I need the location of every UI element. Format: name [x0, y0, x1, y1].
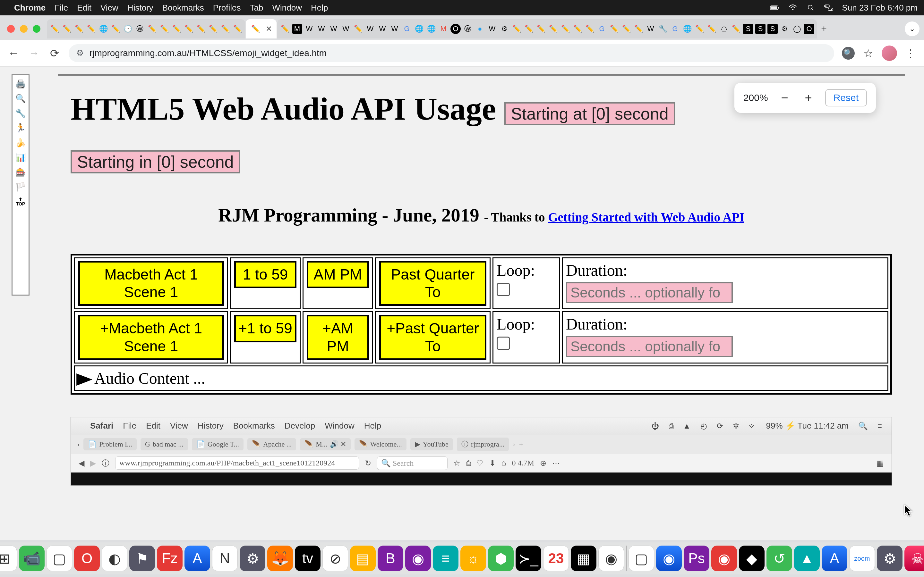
dock-app-icon[interactable]: ☠ — [905, 546, 924, 571]
gadget-icon[interactable]: 🔧 — [14, 107, 27, 119]
dock-opera-icon[interactable]: O — [74, 546, 100, 571]
dock-app-icon[interactable]: ▦ — [571, 546, 596, 571]
background-tab[interactable]: ✏️ — [694, 19, 705, 39]
dock-app-icon[interactable]: zoom — [849, 546, 875, 571]
battery-icon[interactable] — [770, 5, 780, 11]
close-tab-icon[interactable]: ✕ — [266, 24, 272, 33]
background-tab[interactable]: Ⓦ — [462, 19, 473, 39]
zoom-indicator-icon[interactable]: 🔍 — [842, 47, 855, 60]
menu-profiles[interactable]: Profiles — [213, 3, 241, 13]
background-tab[interactable]: ✏️ — [559, 19, 571, 39]
loop-checkbox[interactable] — [497, 283, 510, 296]
dock-tv-icon[interactable]: tv — [295, 546, 320, 571]
dock-app-icon[interactable]: ▤ — [350, 546, 376, 571]
dock-app-icon[interactable]: ▢ — [47, 546, 72, 571]
dock-app-icon[interactable]: ⬢ — [488, 546, 514, 571]
background-tab[interactable]: W — [340, 19, 352, 39]
zoom-in-button[interactable]: + — [801, 91, 816, 105]
background-tab[interactable]: 🌐 — [682, 19, 693, 39]
background-tab[interactable]: Ⓦ — [134, 19, 145, 39]
background-tab[interactable]: W — [645, 19, 656, 39]
background-tab[interactable]: W — [486, 19, 498, 39]
background-tab[interactable]: 🌐 — [425, 19, 437, 39]
starting-at-input[interactable]: Starting at [0] second — [504, 102, 675, 125]
background-tab[interactable]: ✏️ — [730, 19, 742, 39]
background-tab[interactable]: ✏️ — [523, 19, 535, 39]
background-tab[interactable]: S — [754, 19, 766, 39]
dock-launchpad-icon[interactable]: ⊞ — [0, 546, 17, 571]
dock-app-icon[interactable]: ↺ — [766, 546, 792, 571]
background-tab[interactable]: ✏️ — [620, 19, 632, 39]
tab-overflow-button[interactable]: ⌄ — [905, 21, 919, 36]
background-tab[interactable]: M — [438, 19, 449, 39]
active-tab[interactable]: ✏️ ✕ — [246, 19, 276, 39]
dock-app-icon[interactable]: ≡ — [433, 546, 459, 571]
chrome-menu-icon[interactable]: ⋮ — [904, 47, 917, 60]
bookmark-star-icon[interactable]: ☆ — [862, 47, 875, 60]
background-tab[interactable]: ⚙ — [779, 19, 790, 39]
background-tab[interactable]: W — [328, 19, 339, 39]
dock-app-icon[interactable]: ⊘ — [322, 546, 348, 571]
menu-tab[interactable]: Tab — [250, 3, 263, 13]
background-tab[interactable]: ◯ — [791, 19, 803, 39]
background-tab[interactable]: W — [316, 19, 327, 39]
background-tab[interactable]: ✏️ — [61, 19, 73, 39]
background-tab[interactable]: ✏️ — [548, 19, 559, 39]
minute-add-button[interactable]: +1 to 59 — [234, 315, 296, 342]
dock-news-icon[interactable]: N — [212, 546, 238, 571]
background-tab[interactable]: ● — [474, 19, 486, 39]
menu-help[interactable]: Help — [311, 3, 328, 13]
background-tab[interactable]: ✏️ — [195, 19, 207, 39]
background-tab[interactable]: ✏️ — [86, 19, 97, 39]
scene-add-button[interactable]: +Macbeth Act 1 Scene 1 — [78, 315, 224, 359]
gadget-icon[interactable]: 🏃 — [14, 121, 27, 134]
background-tab[interactable]: ✏️ — [584, 19, 596, 39]
reload-button[interactable]: ⟳ — [48, 47, 61, 60]
background-tab[interactable]: G — [596, 19, 607, 39]
dock-app-icon[interactable]: ⚙ — [240, 546, 265, 571]
address-bar[interactable]: ⚙ rjmprogramming.com.au/HTMLCSS/emoji_wi… — [69, 44, 834, 62]
dock-app-icon[interactable]: ◉ — [656, 546, 682, 571]
background-tab[interactable]: W — [376, 19, 388, 39]
background-tab[interactable]: G — [401, 19, 413, 39]
background-tab[interactable]: ⚙ — [499, 19, 510, 39]
background-tab[interactable]: 🌐 — [413, 19, 425, 39]
dock-facetime-icon[interactable]: 📹 — [19, 546, 45, 571]
minimize-window-button[interactable] — [20, 25, 27, 33]
dock-firefox-icon[interactable]: 🦊 — [267, 546, 293, 571]
gadget-icon[interactable]: 📊 — [14, 151, 27, 164]
loop-checkbox[interactable] — [497, 337, 510, 350]
ampm-add-button[interactable]: +AM PM — [307, 315, 369, 359]
background-tab[interactable]: ✏️ — [511, 19, 522, 39]
close-window-button[interactable] — [7, 25, 15, 33]
background-tab[interactable]: ✏️ — [207, 19, 219, 39]
background-tab[interactable]: ✏️ — [706, 19, 717, 39]
dock-app-icon[interactable]: ⚑ — [129, 546, 155, 571]
menu-file[interactable]: File — [55, 3, 68, 13]
spotlight-icon[interactable] — [806, 5, 816, 11]
background-tab[interactable]: ✏️ — [535, 19, 547, 39]
background-tab[interactable]: ✏️ — [49, 19, 60, 39]
zoom-reset-button[interactable]: Reset — [825, 89, 867, 106]
background-tab[interactable]: ✏️ — [110, 19, 121, 39]
dock-app-icon[interactable]: ▲ — [794, 546, 820, 571]
dock-app-icon[interactable]: ◉ — [711, 546, 737, 571]
background-tab[interactable]: G — [669, 19, 681, 39]
background-tab[interactable]: S — [742, 19, 754, 39]
control-center-icon[interactable] — [824, 5, 834, 11]
dock-app-icon[interactable]: ◐ — [102, 546, 128, 571]
dock-app-icon[interactable]: ◆ — [739, 546, 764, 571]
back-button[interactable]: ← — [7, 47, 20, 60]
background-tab[interactable]: ✏️ — [352, 19, 364, 39]
background-tab[interactable]: ✏️ — [183, 19, 194, 39]
menu-window[interactable]: Window — [272, 3, 302, 13]
dock-app-icon[interactable]: ▢ — [628, 546, 654, 571]
background-tab[interactable]: ✏️ — [146, 19, 158, 39]
background-tab[interactable]: ✏️ — [279, 19, 291, 39]
gadget-icon[interactable]: 🎰 — [14, 166, 27, 179]
minute-select-button[interactable]: 1 to 59 — [234, 261, 296, 288]
duration-input[interactable] — [566, 336, 733, 357]
dock-appstore-icon[interactable]: A — [184, 546, 210, 571]
dock-app-icon[interactable]: A — [822, 546, 847, 571]
background-tab[interactable]: 🕑 — [122, 19, 134, 39]
